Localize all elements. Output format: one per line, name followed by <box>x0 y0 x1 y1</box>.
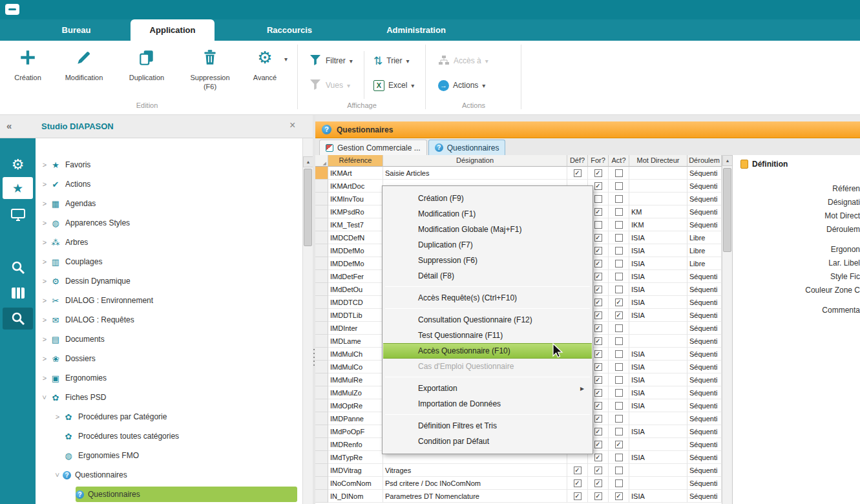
checkbox-checked[interactable]: ✓ <box>594 467 602 474</box>
checkbox-unchecked[interactable] <box>615 337 623 345</box>
column-header-d-signation[interactable]: Désignation <box>383 155 567 167</box>
search-icon[interactable] <box>0 256 36 279</box>
table-row-imdvitrag[interactable]: IMDVitragVitrages✓✓Séquenti <box>315 464 732 477</box>
row-selector[interactable] <box>315 283 328 296</box>
context-menu-item-d-tail-f8[interactable]: Détail (F8) <box>383 268 592 284</box>
tree-item-couplages[interactable]: >▥Couplages <box>36 252 302 271</box>
row-selector[interactable] <box>315 193 328 205</box>
checkbox-unchecked[interactable] <box>615 286 623 293</box>
checkbox-checked[interactable]: ✓ <box>594 402 602 410</box>
checkbox-checked[interactable]: ✓ <box>615 299 623 306</box>
expand-arrow-icon[interactable]: > <box>39 277 50 285</box>
checkbox-unchecked[interactable] <box>594 195 602 203</box>
checkbox-unchecked[interactable] <box>615 324 623 332</box>
tab-bureau[interactable]: Bureau <box>37 19 115 41</box>
checkbox-unchecked[interactable] <box>615 221 623 229</box>
checkbox-unchecked[interactable] <box>615 350 623 358</box>
checkbox-unchecked[interactable] <box>615 428 623 436</box>
expand-arrow-icon[interactable]: > <box>39 161 50 169</box>
checkbox-unchecked[interactable] <box>615 260 623 268</box>
tab-administration[interactable]: Administration <box>364 19 468 41</box>
expand-arrow-icon[interactable]: > <box>39 374 50 382</box>
checkbox-checked[interactable]: ✓ <box>594 260 602 268</box>
column-header-d-f[interactable]: Déf? <box>567 155 588 167</box>
row-selector[interactable] <box>315 218 328 231</box>
row-selector[interactable] <box>315 451 328 464</box>
row-selector[interactable] <box>315 335 328 348</box>
row-selector[interactable] <box>315 412 328 425</box>
tree-scrollbar[interactable]: ▲ <box>302 138 313 504</box>
modification-button[interactable]: Modification <box>54 45 114 82</box>
checkbox-unchecked[interactable] <box>615 389 623 397</box>
expand-arrow-icon[interactable]: > <box>39 258 50 266</box>
close-sidebar-button[interactable]: × <box>289 120 295 131</box>
expand-arrow-icon[interactable]: > <box>39 316 50 324</box>
checkbox-checked[interactable]: ✓ <box>615 311 623 319</box>
row-selector[interactable] <box>315 348 328 361</box>
expand-arrow-icon[interactable]: > <box>39 297 50 304</box>
checkbox-unchecked[interactable] <box>615 195 623 203</box>
checkbox-checked[interactable]: ✓ <box>594 492 602 500</box>
checkbox-checked[interactable]: ✓ <box>574 169 582 177</box>
context-menu-item-d-finition-filtres-et-tris[interactable]: Définition Filtres et Tris <box>383 418 592 434</box>
tree-item-questionnaires[interactable]: >?Questionnaires <box>36 465 302 485</box>
checkbox-checked[interactable]: ✓ <box>615 492 623 500</box>
context-menu-item-modification-f1[interactable]: Modification (F1) <box>383 206 592 222</box>
trier-button[interactable]: ⇅ Trier <box>373 52 410 69</box>
gear-icon[interactable]: ⚙ <box>0 152 36 176</box>
context-menu-item-test-questionnaire-f11[interactable]: Test Questionnaire (F11) <box>383 328 592 343</box>
row-selector[interactable] <box>315 361 328 373</box>
tree-item-agendas[interactable]: >▦Agendas <box>36 194 302 213</box>
checkbox-checked[interactable]: ✓ <box>594 350 602 358</box>
expand-arrow-icon[interactable]: > <box>41 392 48 403</box>
tree-item-dialog-requ-tes[interactable]: >✉DIALOG : Requêtes <box>36 310 302 330</box>
checkbox-checked[interactable]: ✓ <box>594 415 602 423</box>
checkbox-checked[interactable]: ✓ <box>594 454 602 461</box>
checkbox-unchecked[interactable] <box>615 208 623 216</box>
tree-item-fiches-psd[interactable]: >✿Fiches PSD <box>36 388 302 407</box>
checkbox-unchecked[interactable] <box>615 273 623 280</box>
app-window-icon[interactable] <box>5 4 19 15</box>
tree-item-dialog-environnement[interactable]: >✂DIALOG : Environnement <box>36 291 302 310</box>
context-menu-item-exportation[interactable]: Exportation <box>383 381 592 396</box>
column-header-act[interactable]: Act? <box>609 155 629 167</box>
star-icon[interactable]: ★ <box>3 177 33 199</box>
checkbox-checked[interactable]: ✓ <box>594 311 602 319</box>
checkbox-checked[interactable]: ✓ <box>594 273 602 280</box>
row-selector[interactable] <box>315 257 328 270</box>
checkbox-unchecked[interactable] <box>615 402 623 410</box>
context-menu-item-suppression-f6[interactable]: Suppression (F6) <box>383 253 592 268</box>
row-selector[interactable] <box>315 386 328 399</box>
context-menu-item-consultation-questionnaire-f12[interactable]: Consultation Questionnaire (F12) <box>383 312 592 328</box>
checkbox-checked[interactable]: ✓ <box>594 247 602 255</box>
table-row-in-dinom[interactable]: IN_DINomParametres DT Nomenclature✓✓✓ISI… <box>315 490 732 503</box>
search-plus-icon[interactable] <box>3 308 33 330</box>
row-selector[interactable] <box>315 231 328 244</box>
checkbox-unchecked[interactable] <box>615 363 623 371</box>
expand-arrow-icon[interactable]: > <box>39 219 50 227</box>
scroll-up-icon[interactable]: ▲ <box>722 155 733 166</box>
column-header-r-f-rence[interactable]: Référence <box>328 155 383 167</box>
row-selector[interactable] <box>315 425 328 438</box>
monitor-icon[interactable] <box>0 203 36 226</box>
expand-arrow-icon[interactable]: > <box>39 200 50 207</box>
row-selector[interactable] <box>315 180 328 193</box>
row-selector[interactable] <box>315 296 328 309</box>
row-selector[interactable] <box>315 322 328 335</box>
checkbox-checked[interactable]: ✓ <box>574 492 582 500</box>
duplication-button[interactable]: Duplication <box>119 45 174 82</box>
grid-scrollbar-thumb[interactable] <box>723 168 731 252</box>
tree-item-proc-dures-par-cat-gorie[interactable]: >✿Procédures par Catégorie <box>36 407 302 426</box>
checkbox-checked[interactable]: ✓ <box>594 428 602 436</box>
row-selector[interactable] <box>315 490 328 503</box>
tree-item-ergonomies[interactable]: >▣Ergonomies <box>36 368 302 388</box>
tree-item-proc-dures-toutes-cat-gories[interactable]: ✿Procédures toutes catégories <box>36 426 302 446</box>
expand-arrow-icon[interactable]: > <box>52 413 63 421</box>
checkbox-checked[interactable]: ✓ <box>615 441 623 448</box>
filtrer-button[interactable]: Filtrer <box>309 52 353 69</box>
checkbox-unchecked[interactable] <box>615 479 623 487</box>
row-selector[interactable] <box>315 309 328 322</box>
checkbox-checked[interactable]: ✓ <box>594 169 602 177</box>
expand-arrow-icon[interactable]: > <box>54 470 61 480</box>
expand-arrow-icon[interactable]: > <box>39 335 50 343</box>
